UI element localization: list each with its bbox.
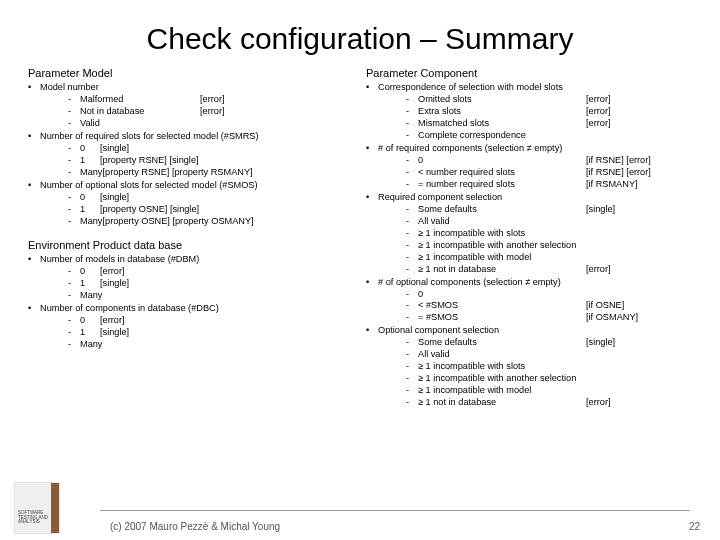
sub-item-label: All valid [418,216,586,228]
sub-item-label: Many [80,216,102,228]
sub-item: 0 [366,289,692,301]
sub-list: Omitted slots[error]Extra slots[error]Mi… [366,94,692,142]
sub-item-note [102,339,354,351]
item-smos: Number of optional slots for selected mo… [28,180,354,192]
sub-item-note: [error] [100,266,354,278]
sub-item-note: [error] [586,397,692,409]
slide: Check configuration – Summary Parameter … [0,0,720,540]
sub-item: Not in database[error] [28,106,354,118]
sub-item-note [586,349,692,361]
column-left: Parameter Model Model number Malformed[e… [28,64,354,409]
copyright: (c) 2007 Mauro Pezzè & Michal Young [110,521,280,532]
sub-item-label: Malformed [80,94,200,106]
sub-item-note: [error] [586,94,692,106]
sub-item-label: 1 [80,155,100,167]
heading-parameter-component: Parameter Component [366,66,692,80]
sub-item-note [586,130,692,142]
sub-item-label: = #SMOS [418,312,586,324]
sub-item-note: [single] [586,204,692,216]
sub-item-note [586,289,692,301]
sub-item-note: [error] [200,106,354,118]
sub-item-label: Many [80,167,102,179]
sub-item: ≥ 1 incompatible with model [366,252,692,264]
sub-list: 0[single]1[property RSNE] [single]Many[p… [28,143,354,179]
item-required-count: # of required components (selection ≠ em… [366,143,692,155]
item-optional-count: # of optional components (selection ≠ em… [366,277,692,289]
sub-item: Many [28,339,354,351]
sub-item-label: All valid [418,349,586,361]
sub-item: Valid [28,118,354,130]
sub-item: All valid [366,349,692,361]
sub-item-label: 1 [80,278,100,290]
sub-item-label: < #SMOS [418,300,586,312]
sub-item-label: 1 [80,204,100,216]
sub-list: Some defaults[single]All valid≥ 1 incomp… [366,337,692,409]
sub-item: Many [28,290,354,302]
item-dbm: Number of models in database (#DBM) [28,254,354,266]
sub-item-note: [property OSNE] [single] [100,204,354,216]
sub-item-note: [error] [586,106,692,118]
sub-item-label: Mismatched slots [418,118,586,130]
sub-item-note: [single] [100,327,354,339]
sub-item-note: [property RSNE] [single] [100,155,354,167]
sub-list: 0[single]1 [property OSNE] [single]Many[… [28,192,354,228]
sub-list: Some defaults[single]All valid≥ 1 incomp… [366,204,692,276]
sub-item: ≥ 1 incompatible with another selection [366,373,692,385]
sub-item: 0[error] [28,266,354,278]
heading-environment: Environment Product data base [28,238,354,252]
sub-list: 0[error]1[single]Many [28,315,354,351]
sub-item: = number required slots[if RSMANY] [366,179,692,191]
sub-item-note [586,385,692,397]
sub-item: 0[single] [28,192,354,204]
item-dbc: Number of components in database (#DBC) [28,303,354,315]
sub-list: 0[if RSNE] [error]< number required slot… [366,155,692,191]
sub-item-note: [error] [586,264,692,276]
sub-item-label: ≥ 1 incompatible with another selection [418,373,586,385]
item-required-selection: Required component selection [366,192,692,204]
item-optional-selection: Optional component selection [366,325,692,337]
sub-item-label: Some defaults [418,204,586,216]
sub-item-note: [error] [100,315,354,327]
sub-item: ≥ 1 incompatible with slots [366,228,692,240]
sub-item-label: ≥ 1 incompatible with model [418,385,586,397]
sub-list: 0< #SMOS[if OSNE]= #SMOS[if OSMANY] [366,289,692,325]
sub-item-note: [if RSNE] [error] [586,155,692,167]
sub-item-label: ≥ 1 incompatible with slots [418,228,586,240]
item-correspondence: Correspondence of selection with model s… [366,82,692,94]
sub-item: Extra slots[error] [366,106,692,118]
sub-item-label: = number required slots [418,179,586,191]
sub-item-label: ≥ 1 incompatible with another selection [418,240,586,252]
sub-item-note: [single] [100,192,354,204]
sub-item-note: [error] [200,94,354,106]
sub-item-note: [if RSMANY] [586,179,692,191]
slide-title: Check configuration – Summary [0,0,720,64]
sub-item: 0[error] [28,315,354,327]
sub-item-label: 0 [80,266,100,278]
sub-item-note: [if RSNE] [error] [586,167,692,179]
sub-item: 1 [property OSNE] [single] [28,204,354,216]
footer: (c) 2007 Mauro Pezzè & Michal Young 22 [0,510,720,534]
sub-list: Malformed[error]Not in database[error]Va… [28,94,354,130]
sub-item-note [586,228,692,240]
sub-item: < number required slots[if RSNE] [error] [366,167,692,179]
page-number: 22 [689,521,700,532]
sub-item-note [586,240,692,252]
sub-item-note [102,290,354,302]
sub-item: Many[property RSNE] [property RSMANY] [28,167,354,179]
sub-item-label: ≥ 1 not in database [418,397,586,409]
sub-item: Some defaults[single] [366,204,692,216]
sub-item: 0[if RSNE] [error] [366,155,692,167]
sub-item-label: 0 [80,192,100,204]
heading-parameter-model: Parameter Model [28,66,354,80]
sub-item: Omitted slots[error] [366,94,692,106]
sub-item: = #SMOS[if OSMANY] [366,312,692,324]
sub-item-note: [error] [586,118,692,130]
sub-item-label: < number required slots [418,167,586,179]
sub-item: ≥ 1 incompatible with slots [366,361,692,373]
sub-item-label: Omitted slots [418,94,586,106]
sub-item-label: 0 [418,289,586,301]
sub-item: 1[single] [28,327,354,339]
sub-item-label: 0 [80,143,100,155]
footer-rule [100,510,690,511]
sub-item-label: Valid [80,118,200,130]
